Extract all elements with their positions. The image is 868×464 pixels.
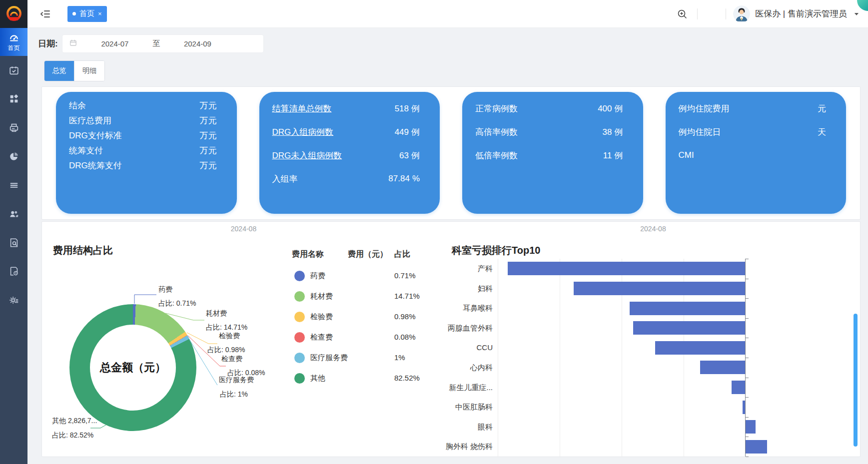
bar-plot-area — [498, 259, 745, 457]
bar[interactable] — [633, 321, 745, 335]
card-metric-value: 449例 — [395, 126, 420, 138]
stat-card-1: 结余万元医疗总费用万元DRG支付标准万元统筹支付万元DRG统筹支付万元 — [56, 92, 237, 214]
card-metric-label: DRG统筹支付 — [69, 160, 122, 171]
view-switch-row: 总览明细 — [27, 59, 868, 83]
legend-item-name: 医疗服务费 — [310, 353, 348, 363]
bar[interactable] — [655, 341, 745, 355]
tab-close-icon[interactable]: × — [98, 10, 102, 17]
date-end-value[interactable]: 2024-09 — [160, 39, 235, 48]
donut-callout-pct: 占比: 0.98% — [207, 346, 245, 355]
bar[interactable] — [574, 282, 745, 295]
view-tab-detail[interactable]: 明细 — [74, 61, 104, 81]
bar[interactable] — [743, 401, 745, 414]
bar[interactable] — [508, 262, 745, 275]
card-metric-value: 万元 — [197, 115, 217, 126]
donut-callout-pct: 占比: 14.71% — [206, 323, 247, 332]
legend-item-name: 药费 — [310, 271, 325, 281]
sidebar-item-report[interactable] — [0, 113, 27, 142]
stat-card-4: 例均住院费用元例均住院日天CMI — [666, 92, 847, 214]
donut-center-label: 总金额（元） — [69, 304, 196, 431]
axis-tick — [746, 259, 749, 259]
card-metric-value: 万元 — [197, 100, 217, 111]
card-metric-value: 元 — [815, 103, 826, 114]
legend-color-dot — [294, 291, 305, 302]
donut-callout-name: 检查费 — [221, 355, 242, 364]
card-metric-value: 11例 — [603, 150, 623, 161]
donut-callout-name: 检验费 — [219, 332, 240, 341]
sidebar-item-calendar[interactable] — [0, 56, 27, 85]
axis-tick — [746, 457, 749, 457]
axis-tick — [746, 417, 749, 418]
bar[interactable] — [700, 361, 745, 374]
card-metric-link[interactable]: DRG入组病例数 — [272, 126, 334, 138]
card-metric-value: 38例 — [603, 126, 623, 138]
card-metric-link[interactable]: DRG未入组病例数 — [272, 150, 342, 161]
card-row: DRG统筹支付万元 — [69, 158, 217, 173]
card-row: DRG未入组病例数63例 — [272, 148, 420, 163]
date-start-value[interactable]: 2024-07 — [77, 39, 153, 48]
view-tab-overview[interactable]: 总览 — [44, 61, 74, 81]
card-row: 结算清单总例数518例 — [272, 101, 420, 116]
legend-color-dot — [294, 373, 305, 384]
bar-category-label: 眼科 — [392, 417, 493, 437]
legend-header-name: 费用名称 — [292, 249, 324, 260]
view-switch: 总览明细 — [44, 60, 105, 81]
app-logo[interactable] — [0, 0, 27, 28]
donut-callout-pct: 占比: 82.52% — [52, 431, 93, 440]
right-chart-period: 2024-08 — [445, 225, 861, 233]
bar[interactable] — [732, 381, 745, 394]
document-print-icon — [8, 122, 19, 133]
card-row: DRG支付标准万元 — [69, 128, 217, 143]
sidebar-item-list[interactable] — [0, 171, 27, 200]
datazoom-handle[interactable] — [854, 314, 858, 447]
axis-tick — [746, 279, 749, 279]
sidebar-item-home[interactable]: 首页 — [0, 28, 27, 56]
bar-chart-title: 科室亏损排行Top10 — [452, 244, 540, 257]
stat-card-2: 结算清单总例数518例DRG入组病例数449例DRG未入组病例数63例入组率87… — [259, 92, 440, 214]
sidebar-item-history[interactable] — [0, 257, 27, 286]
app-root: 首页 首页 × — [0, 0, 868, 464]
sidebar-item-users[interactable] — [0, 200, 27, 229]
legend-color-dot — [294, 271, 305, 281]
card-metric-label: CMI — [679, 150, 694, 160]
axis-tick — [746, 318, 749, 319]
card-metric-label: 统筹支付 — [69, 145, 103, 156]
user-avatar[interactable] — [733, 5, 750, 22]
sidebar-item-query[interactable] — [0, 228, 27, 257]
bar[interactable] — [746, 440, 767, 454]
sidebar-item-label: 首页 — [8, 44, 20, 52]
sidebar-nav: 首页 — [0, 28, 27, 315]
sidebar-item-analysis[interactable] — [0, 142, 27, 171]
card-row: 正常病例数400例 — [475, 101, 623, 116]
sidebar-item-settings[interactable] — [0, 286, 27, 315]
card-row: 结余万元 — [69, 98, 217, 113]
document-clock-icon — [8, 266, 19, 277]
legend-header-pct: 占比 — [394, 249, 410, 260]
legend-color-dot — [294, 332, 305, 343]
sidebar: 首页 — [0, 0, 27, 464]
card-metric-link[interactable]: 结算清单总例数 — [272, 103, 332, 114]
pie-chart-icon — [8, 151, 19, 162]
divider — [726, 8, 726, 19]
zoom-in-icon[interactable] — [676, 8, 688, 20]
donut-callout-name: 耗材费 — [206, 309, 227, 318]
tab-home[interactable]: 首页 × — [67, 6, 107, 22]
date-range-input[interactable]: 2024-07 至 2024-09 — [62, 34, 264, 53]
card-row: 医疗总费用万元 — [69, 113, 217, 128]
collapse-sidebar-icon[interactable] — [39, 8, 51, 20]
bar-category-label: 心内科 — [392, 358, 493, 378]
stat-card-3: 正常病例数400例高倍率例数38例低倍率例数11例 — [462, 92, 643, 214]
card-metric-value: 天 — [815, 126, 826, 138]
card-row: 入组率87.84% — [272, 171, 420, 186]
topbar: 首页 × 医保办 | 售前演示管理员 — [27, 0, 868, 28]
sidebar-item-apps[interactable] — [0, 85, 27, 114]
legend-item-name: 耗材费 — [310, 292, 333, 301]
axis-tick — [746, 358, 749, 358]
bar[interactable] — [630, 302, 745, 315]
dropdown-caret-icon[interactable] — [853, 10, 860, 17]
donut-chart[interactable]: 总金额（元） — [69, 304, 196, 431]
bar[interactable] — [746, 420, 756, 434]
calendar-icon — [69, 38, 77, 49]
user-role-name[interactable]: 医保办 | 售前演示管理员 — [755, 8, 847, 19]
axis-tick — [746, 378, 749, 378]
